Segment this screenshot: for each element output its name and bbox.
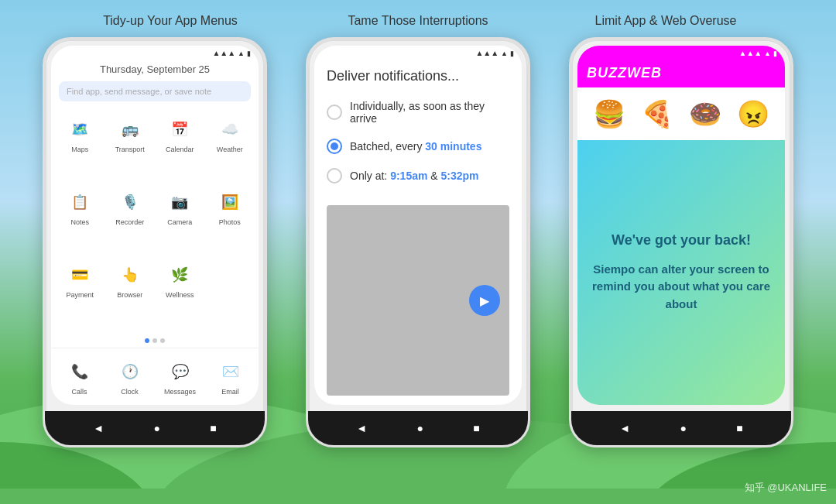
list-item[interactable]: 👆 Browser: [106, 256, 155, 327]
radio-label-3: Only at: 9:15am & 5:32pm: [350, 170, 479, 182]
list-item[interactable]: 🎙️ Recorder: [106, 183, 155, 255]
browser-icon: 👆: [116, 261, 144, 289]
calendar-label: Calendar: [166, 146, 194, 153]
buzzweb-header: BUZZWEB: [577, 59, 785, 87]
email-icon: ✉️: [217, 358, 245, 386]
section1-title: Tidy-up Your App Menus: [54, 14, 286, 28]
list-item[interactable]: 📞 Calls: [54, 353, 104, 400]
phone2-content: Deliver notifications... Individually, a…: [314, 59, 522, 405]
list-item[interactable]: ☁️ Weather: [206, 111, 255, 182]
battery-icon: ▮: [247, 50, 251, 57]
buzzweb-headline: We've got your back!: [612, 232, 751, 249]
play-button[interactable]: ▶: [469, 285, 500, 316]
recent-button[interactable]: ■: [736, 422, 742, 434]
wifi-icon: ▲: [501, 50, 508, 57]
camera-icon: 📷: [166, 188, 194, 216]
onlyat-highlight1: 9:15am: [390, 170, 427, 182]
page-dots: [51, 334, 259, 348]
phone1-dock: 📞 Calls 🕐 Clock 💬 Messages ✉️: [51, 348, 259, 405]
phone3-inner: ▲▲▲ ▲ ▮ BUZZWEB 🍔 🍕 🍩 😠: [577, 46, 785, 405]
watermark: 知乎 @UKANLIFE: [745, 481, 827, 495]
buzzweb-body-text: Siempo can alter your screen to remind y…: [590, 261, 773, 314]
phones-row: ▲▲▲ ▲ ▮ Thursday, September 25 Find app,…: [0, 37, 836, 447]
svg-rect-5: [0, 489, 836, 504]
signal-icon: ▲▲▲: [738, 49, 762, 57]
transport-icon: 🚌: [116, 115, 144, 143]
radio-option-individually[interactable]: Individually, as soon as they arrive: [327, 100, 509, 125]
list-item[interactable]: 💬 Messages: [155, 353, 205, 400]
radio-circle-2[interactable]: [327, 139, 342, 154]
section2-title: Tame Those Interruptions: [302, 14, 534, 28]
angry-emoji: 😠: [737, 98, 769, 129]
phone1: ▲▲▲ ▲ ▮ Thursday, September 25 Find app,…: [43, 37, 267, 447]
list-item[interactable]: 🗺️ Maps: [56, 111, 104, 182]
calls-label: Calls: [71, 388, 87, 396]
transport-label: Transport: [115, 146, 145, 153]
radio-circle-1[interactable]: [327, 105, 342, 120]
titles-row: Tidy-up Your App Menus Tame Those Interr…: [0, 0, 836, 37]
wellness-label: Wellness: [166, 291, 194, 299]
back-button[interactable]: ◄: [356, 422, 367, 434]
maps-label: Maps: [71, 146, 88, 153]
list-item[interactable]: 📋 Notes: [56, 183, 104, 255]
wifi-icon: ▲: [238, 50, 245, 57]
phone1-nav: ◄ ● ■: [45, 411, 265, 445]
list-item[interactable]: 🕐 Clock: [104, 353, 155, 400]
email-label: Email: [221, 388, 239, 396]
phone2-nav: ◄ ● ■: [308, 411, 528, 445]
batched-highlight: 30 minutes: [425, 140, 481, 153]
home-button[interactable]: ●: [153, 422, 159, 434]
recorder-icon: 🎙️: [116, 188, 144, 216]
signal-icon: ▲▲▲: [475, 49, 499, 57]
list-item[interactable]: 💳 Payment: [56, 256, 104, 327]
list-item[interactable]: 📅 Calendar: [156, 111, 204, 182]
wifi-icon: ▲: [764, 50, 771, 57]
radio-label-1: Individually, as soon as they arrive: [350, 100, 509, 125]
radio-option-onlyat[interactable]: Only at: 9:15am & 5:32pm: [327, 168, 509, 183]
list-item[interactable]: 🌿 Wellness: [156, 256, 204, 327]
maps-icon: 🗺️: [66, 115, 94, 143]
radio-label-2: Batched, every 30 minutes: [350, 140, 481, 153]
weather-label: Weather: [217, 146, 243, 153]
donut-emoji: 🍩: [689, 98, 721, 129]
recent-button[interactable]: ■: [210, 422, 216, 434]
signal-icon: ▲▲▲: [212, 49, 235, 57]
dot-inactive: [152, 338, 157, 343]
radio-option-batched[interactable]: Batched, every 30 minutes: [327, 139, 509, 154]
phone1-content: Thursday, September 25 Find app, send me…: [51, 59, 259, 405]
list-item[interactable]: ✉️ Email: [205, 353, 255, 400]
home-button[interactable]: ●: [680, 422, 686, 434]
wellness-icon: 🌿: [166, 261, 194, 289]
phone1-app-grid: 🗺️ Maps 🚌 Transport 📅 Calendar ☁️: [51, 105, 259, 334]
back-button[interactable]: ◄: [619, 422, 630, 434]
list-item[interactable]: 🖼️ Photos: [206, 183, 255, 255]
burger-emoji: 🍔: [593, 98, 625, 129]
weather-icon: ☁️: [216, 115, 244, 143]
browser-label: Browser: [117, 291, 142, 299]
buzzweb-body: We've got your back! Siempo can alter yo…: [577, 140, 785, 405]
phone1-search[interactable]: Find app, send message, or save note: [59, 81, 251, 101]
phone2-inner: ▲▲▲ ▲ ▮ Deliver notifications... Individ…: [314, 46, 522, 405]
recent-button[interactable]: ■: [473, 422, 479, 434]
list-item-empty: [206, 256, 255, 327]
deliver-title: Deliver notifications...: [327, 68, 509, 84]
radio-circle-3[interactable]: [327, 168, 342, 183]
battery-icon: ▮: [773, 50, 777, 57]
home-button[interactable]: ●: [416, 422, 423, 434]
onlyat-separator: &: [427, 170, 440, 182]
onlyat-highlight2: 5:32pm: [441, 170, 479, 182]
list-item[interactable]: 🚌 Transport: [106, 111, 155, 182]
back-button[interactable]: ◄: [93, 422, 104, 434]
phone1-date: Thursday, September 25: [51, 59, 259, 78]
phone3-nav: ◄ ● ■: [571, 411, 791, 445]
onlyat-prefix: Only at:: [350, 170, 390, 182]
messages-icon: 💬: [166, 358, 194, 386]
phone2-video[interactable]: ▶: [327, 205, 509, 396]
calls-icon: 📞: [66, 358, 94, 386]
photos-label: Photos: [219, 218, 241, 226]
phone3: ▲▲▲ ▲ ▮ BUZZWEB 🍔 🍕 🍩 😠: [569, 37, 793, 447]
camera-label: Camera: [167, 218, 192, 226]
photos-icon: 🖼️: [216, 188, 244, 216]
list-item[interactable]: 📷 Camera: [156, 183, 204, 255]
clock-icon: 🕐: [116, 358, 144, 386]
